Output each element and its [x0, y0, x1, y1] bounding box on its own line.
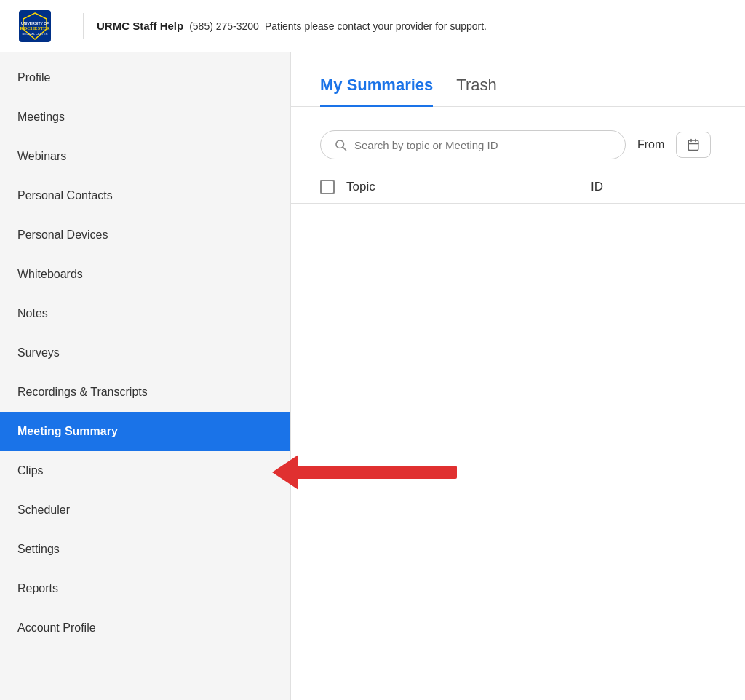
- arrow-head-icon: [272, 455, 298, 490]
- sidebar-item-scheduler[interactable]: Scheduler: [0, 490, 290, 530]
- select-all-checkbox[interactable]: [320, 180, 335, 194]
- calendar-icon: [687, 138, 700, 151]
- sidebar-item-webinars[interactable]: Webinars: [0, 137, 290, 176]
- sidebar-item-personal-contacts[interactable]: Personal Contacts: [0, 176, 290, 215]
- urmc-logo-icon: UNIVERSITY OF ROCHESTER MEDICAL CENTER: [17, 9, 52, 44]
- sidebar-item-whiteboards[interactable]: Whiteboards: [0, 255, 290, 294]
- support-title: URMC Staff Help: [97, 20, 183, 32]
- search-area: From: [291, 107, 745, 171]
- svg-line-6: [343, 147, 346, 150]
- tab-trash[interactable]: Trash: [456, 76, 496, 107]
- from-label: From: [637, 138, 664, 151]
- arrow-annotation: [297, 466, 457, 479]
- tab-my-summaries[interactable]: My Summaries: [320, 76, 433, 107]
- search-wrapper: [320, 130, 626, 159]
- sidebar-item-clips[interactable]: Clips: [0, 451, 290, 490]
- column-id: ID: [591, 180, 603, 194]
- header-support: URMC Staff Help (585) 275-3200 Patients …: [97, 20, 487, 32]
- logo-area: UNIVERSITY OF ROCHESTER MEDICAL CENTER: [17, 9, 52, 44]
- sidebar-item-personal-devices[interactable]: Personal Devices: [0, 215, 290, 255]
- sidebar: ProfileMeetingsWebinarsPersonal Contacts…: [0, 52, 291, 700]
- sidebar-item-notes[interactable]: Notes: [0, 294, 290, 333]
- search-input[interactable]: [354, 139, 612, 151]
- search-icon: [334, 138, 347, 151]
- sidebar-item-reports[interactable]: Reports: [0, 569, 290, 608]
- content-area: My Summaries Trash From: [291, 52, 745, 700]
- table-header: Topic ID: [291, 171, 745, 204]
- sidebar-item-settings[interactable]: Settings: [0, 530, 290, 569]
- sidebar-item-meeting-summary[interactable]: Meeting Summary: [0, 412, 290, 451]
- support-phone: (585) 275-3200: [189, 20, 259, 32]
- main-layout: ProfileMeetingsWebinarsPersonal Contacts…: [0, 52, 745, 700]
- svg-text:MEDICAL CENTER: MEDICAL CENTER: [22, 32, 47, 36]
- sidebar-item-recordings-transcripts[interactable]: Recordings & Transcripts: [0, 373, 290, 412]
- support-text: Patients please contact your provider fo…: [265, 20, 487, 32]
- sidebar-item-surveys[interactable]: Surveys: [0, 333, 290, 373]
- sidebar-item-account-profile[interactable]: Account Profile: [0, 608, 290, 648]
- sidebar-item-profile[interactable]: Profile: [0, 58, 290, 98]
- column-topic: Topic: [346, 180, 492, 194]
- svg-rect-7: [689, 140, 699, 151]
- tabs-bar: My Summaries Trash: [291, 52, 745, 107]
- arrow-body: [297, 466, 457, 479]
- date-picker-button[interactable]: [676, 132, 711, 158]
- header-divider: [83, 13, 84, 39]
- sidebar-item-meetings[interactable]: Meetings: [0, 98, 290, 137]
- svg-text:ROCHESTER: ROCHESTER: [20, 25, 50, 31]
- header: UNIVERSITY OF ROCHESTER MEDICAL CENTER U…: [0, 0, 745, 52]
